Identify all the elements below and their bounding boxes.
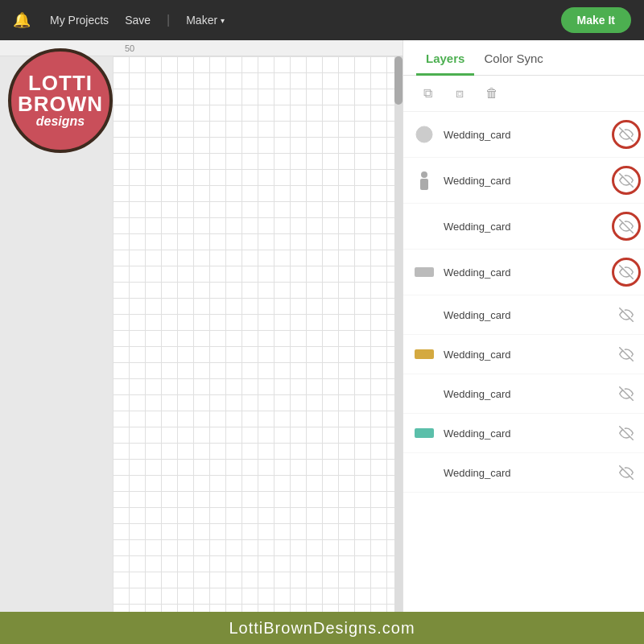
my-projects-link[interactable]: My Projects [50,14,109,27]
svg-point-0 [416,126,432,142]
scrollbar-thumb[interactable] [394,56,402,105]
layer-visibility-toggle[interactable] [615,461,638,484]
layer-item[interactable]: Wedding_card [403,335,644,374]
layer-visibility-toggle[interactable] [612,258,641,287]
layer-name: Wedding_card [444,175,612,187]
main-layout: LOTTI BROWN designs 50 Layers Color Sync… [0,40,644,612]
vertical-scrollbar[interactable] [394,56,402,612]
layer-thumbnail [413,215,436,237]
layer-item[interactable]: Wedding_card [403,453,644,493]
delete-icon[interactable]: 🗑 [481,82,503,105]
layer-visibility-toggle[interactable] [615,382,638,405]
canvas-grid[interactable] [113,56,402,612]
layer-name: Wedding_card [444,427,615,440]
layer-name: Wedding_card [444,388,615,400]
footer: LottiBrownDesigns.com [0,612,644,644]
ruler-value: 50 [125,43,134,53]
group-icon[interactable]: ⧉ [416,82,439,105]
svg-rect-12 [415,428,434,438]
layer-name: Wedding_card [444,266,612,279]
layer-visibility-toggle[interactable] [615,343,638,365]
layer-name: Wedding_card [444,309,615,321]
layer-item[interactable]: Wedding_card [403,112,644,158]
layer-list: Wedding_card Wedding_card Wedding_card W… [403,112,644,612]
chevron-down-icon: ▾ [221,16,225,25]
ungroup-icon[interactable]: ⧈ [448,82,471,105]
canvas-area: LOTTI BROWN designs 50 [0,40,402,612]
layer-thumbnail [413,343,436,365]
layer-item[interactable]: Wedding_card [403,295,644,335]
panel-tabs: Layers Color Sync [403,40,644,76]
logo-overlay: LOTTI BROWN designs [8,48,113,153]
layer-visibility-toggle[interactable] [612,120,641,149]
tab-color-sync[interactable]: Color Sync [474,40,552,76]
layer-thumbnail [413,382,436,405]
layer-visibility-toggle[interactable] [612,212,641,241]
logo-circle: LOTTI BROWN designs [8,48,113,153]
layer-thumbnail [413,169,436,192]
svg-rect-6 [415,267,434,277]
logo-designs: designs [36,114,85,129]
layer-thumbnail [413,123,436,146]
tab-layers[interactable]: Layers [416,40,474,76]
top-navigation: 🔔 My Projects Save | Maker ▾ Make It [0,0,644,40]
layer-item[interactable]: Wedding_card [403,250,644,295]
save-link[interactable]: Save [125,14,151,27]
layer-visibility-toggle[interactable] [615,422,638,444]
nav-divider: | [167,13,170,27]
layer-visibility-toggle[interactable] [612,166,641,195]
layer-thumbnail [413,261,436,283]
right-panel: Layers Color Sync ⧉ ⧈ 🗑 Wedding_card Wed… [402,40,644,612]
layer-name: Wedding_card [444,129,612,141]
make-it-button[interactable]: Make It [561,7,631,33]
layer-name: Wedding_card [444,221,612,233]
layers-toolbar: ⧉ ⧈ 🗑 [403,76,644,112]
bell-icon[interactable]: 🔔 [13,11,31,29]
footer-text: LottiBrownDesigns.com [229,619,415,638]
maker-dropdown[interactable]: Maker ▾ [186,14,225,27]
layer-thumbnail [413,303,436,326]
layer-thumbnail [413,422,436,444]
layer-name: Wedding_card [444,467,615,479]
layer-name: Wedding_card [444,349,615,361]
layer-item[interactable]: Wedding_card [403,414,644,453]
logo-lotti: LOTTI [28,72,93,93]
layer-item[interactable]: Wedding_card [403,204,644,250]
layer-thumbnail [413,461,436,484]
svg-point-2 [421,171,427,178]
logo-brown: BROWN [18,93,103,114]
layer-item[interactable]: Wedding_card [403,158,644,204]
layer-item[interactable]: Wedding_card [403,374,644,414]
svg-rect-3 [420,179,428,190]
layer-visibility-toggle[interactable] [615,303,638,326]
svg-rect-9 [415,349,434,359]
